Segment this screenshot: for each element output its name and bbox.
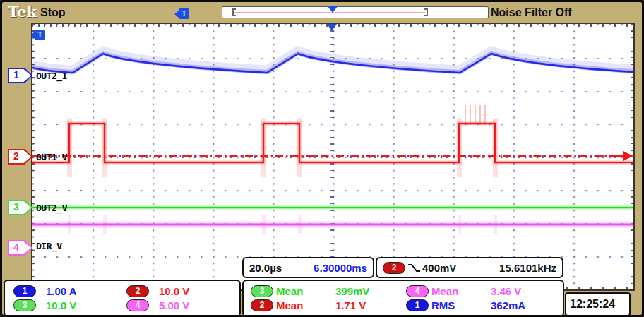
measurement-ch4-badge: 4	[406, 285, 429, 297]
clock: 12:25:24	[565, 292, 631, 316]
trigger-marker-icon	[328, 6, 338, 13]
channel-scale-readouts: 1 1.00 A 2 10.0 V 3 10.0 V 4 5.00 V	[4, 280, 241, 317]
channel-2-label: OUT1_V	[36, 152, 67, 162]
oscilloscope-screen: Tek Stop T Noise Filter Off T OUT2_I OUT…	[0, 0, 644, 317]
measurement-ch1-badge: 1	[406, 299, 429, 311]
channel-1-scale: 1 1.00 A	[9, 284, 122, 299]
channel-1-label: OUT2_I	[36, 71, 67, 81]
channel-4-scale: 4 5.00 V	[122, 299, 235, 313]
trigger-source-badge: 2	[383, 262, 405, 274]
trigger-level: 400mV	[422, 262, 456, 274]
trigger-readout: 2 400mV 15.6101kHz	[376, 257, 564, 278]
falling-edge-icon	[407, 263, 421, 273]
channel-3-marker[interactable]: 3	[8, 200, 32, 215]
channel-2-badge: 2	[126, 285, 149, 297]
trigger-position-edge-icon: T	[35, 30, 45, 40]
record-view-bar	[222, 6, 489, 18]
channel-2-scale: 2 10.0 V	[122, 284, 235, 299]
channel-4-badge: 4	[126, 299, 149, 311]
measurement-ch3-mean: 3 Mean 399mV	[248, 284, 403, 299]
channel-3-label: OUT2_V	[36, 203, 67, 213]
channel-2-marker[interactable]: 2	[8, 149, 32, 165]
graticule: T OUT2_I OUT1_V OUT2_V DIR_V	[31, 23, 635, 291]
acquisition-status: Stop	[40, 6, 66, 19]
measurement-ch4-mean: 4 Mean 3.46 V	[403, 284, 559, 299]
channel-4-label: DIR_V	[36, 241, 62, 251]
channel-3-scale: 3 10.0 V	[9, 299, 122, 313]
trigger-frequency: 15.6101kHz	[499, 262, 556, 274]
horizontal-position: 6.30000ms	[314, 262, 367, 274]
measurement-ch2-badge: 2	[251, 299, 273, 311]
channel-3-badge: 3	[13, 299, 36, 311]
noise-filter-status: Noise Filter Off	[491, 6, 572, 19]
trigger-position-icon: T	[179, 8, 189, 19]
tek-logo: Tek	[8, 3, 37, 20]
measurement-ch1-rms: 1 RMS 362mA	[403, 299, 559, 313]
measurement-ch3-badge: 3	[251, 285, 273, 297]
measurement-ch2-mean: 2 Mean 1.71 V	[248, 299, 403, 313]
measurement-readouts: 3 Mean 399mV 4 Mean 3.46 V 2 Mean 1.71 V…	[242, 280, 564, 317]
channel-1-badge: 1	[13, 285, 36, 297]
window-bracket-right-icon	[424, 8, 428, 16]
channel-1-marker[interactable]: 1	[8, 68, 32, 83]
channel-4-marker[interactable]: 4	[8, 240, 32, 256]
waveform-traces	[32, 24, 633, 289]
timebase-scale: 20.0µs	[249, 262, 282, 274]
timebase-readout: 20.0µs 6.30000ms	[242, 257, 374, 278]
